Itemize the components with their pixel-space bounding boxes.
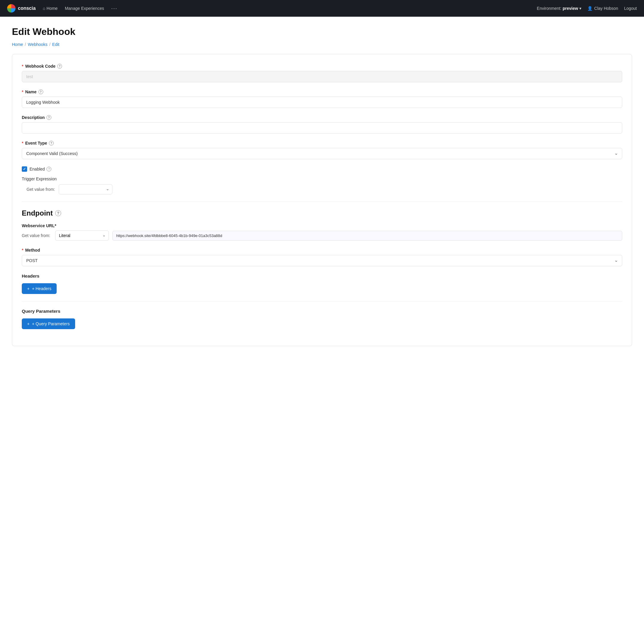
- webhook-code-input[interactable]: [22, 71, 622, 82]
- description-label: Description ?: [22, 115, 622, 120]
- webhook-code-field: * Webhook Code ?: [22, 64, 622, 82]
- headers-section: Headers + + Headers: [22, 273, 622, 294]
- name-field: * Name ?: [22, 89, 622, 108]
- endpoint-section-header: Endpoint ?: [22, 209, 622, 217]
- check-icon: ✓: [23, 167, 26, 171]
- trigger-get-value-label: Get value from:: [27, 187, 55, 192]
- method-select[interactable]: POST: [22, 255, 622, 266]
- brand-name: conscia: [18, 6, 36, 11]
- nav-home-link[interactable]: ⌂ Home: [43, 6, 58, 11]
- env-chevron-icon: ▾: [579, 6, 581, 11]
- add-headers-button[interactable]: + + Headers: [22, 283, 57, 294]
- event-type-select-wrapper: Component Valid (Success): [22, 148, 622, 159]
- webservice-get-value-label: Get value from:: [22, 233, 50, 238]
- nav-env-value: preview: [563, 6, 578, 11]
- query-params-section-label: Query Parameters: [22, 309, 622, 314]
- add-query-params-button[interactable]: + + Query Parameters: [22, 318, 75, 329]
- endpoint-help-icon[interactable]: ?: [55, 210, 61, 216]
- home-icon: ⌂: [43, 6, 45, 11]
- webservice-url-label: Webservice URL*: [22, 223, 622, 228]
- nav-right: Environment: preview ▾ 👤 Clay Hobson Log…: [537, 6, 637, 11]
- nav-home-label: Home: [47, 6, 58, 11]
- name-label-text: Name: [25, 89, 36, 94]
- nav-manage-label: Manage Experiences: [65, 6, 104, 11]
- page-title: Edit Webhook: [12, 26, 632, 37]
- query-params-section: Query Parameters + + Query Parameters: [22, 309, 622, 329]
- webservice-url-field: Webservice URL* Get value from: Literal: [22, 223, 622, 241]
- add-query-params-label: + Query Parameters: [32, 321, 69, 326]
- method-required-marker: *: [22, 248, 23, 253]
- trigger-row: Get value from:: [22, 184, 622, 194]
- breadcrumb: Home / Webhooks / Edit: [12, 42, 632, 47]
- nav-user-label: Clay Hobson: [594, 6, 618, 11]
- webhook-code-label-text: Webhook Code: [25, 64, 55, 69]
- trigger-get-value-wrapper: [59, 184, 112, 194]
- divider-query-params: [22, 301, 622, 301]
- webhook-code-label: * Webhook Code ?: [22, 64, 622, 69]
- method-select-wrapper: POST: [22, 255, 622, 266]
- description-field: Description ?: [22, 115, 622, 134]
- nav-user: 👤 Clay Hobson: [587, 6, 618, 11]
- trigger-get-value-select[interactable]: [59, 184, 112, 194]
- person-icon: 👤: [587, 6, 592, 11]
- name-required-marker: *: [22, 89, 23, 94]
- headers-section-label: Headers: [22, 273, 622, 278]
- enabled-checkbox[interactable]: ✓: [22, 166, 27, 172]
- method-label: * Method: [22, 248, 622, 253]
- event-type-field: * Event Type ? Component Valid (Success): [22, 141, 622, 159]
- webhook-code-help-icon[interactable]: ?: [57, 64, 62, 69]
- description-input[interactable]: [22, 122, 622, 134]
- enabled-label-text: Enabled: [30, 167, 45, 171]
- method-label-text: Method: [25, 248, 40, 253]
- plus-icon-qp: +: [27, 321, 30, 326]
- breadcrumb-sep-2: /: [49, 42, 50, 47]
- event-type-help-icon[interactable]: ?: [49, 141, 54, 145]
- enabled-help-icon[interactable]: ?: [47, 167, 51, 171]
- breadcrumb-home[interactable]: Home: [12, 42, 23, 47]
- breadcrumb-webhooks[interactable]: Webhooks: [28, 42, 47, 47]
- plus-icon: +: [27, 286, 30, 291]
- form-card: * Webhook Code ? * Name ? Description ?: [12, 54, 632, 346]
- description-help-icon[interactable]: ?: [47, 115, 51, 120]
- method-field: * Method POST: [22, 248, 622, 266]
- required-marker: *: [22, 64, 23, 69]
- webservice-row: Get value from: Literal: [22, 230, 622, 241]
- nav-logout-button[interactable]: Logout: [624, 6, 637, 11]
- description-label-text: Description: [22, 115, 45, 120]
- trigger-expression-label: Trigger Expression: [22, 177, 622, 181]
- event-required-marker: *: [22, 141, 23, 145]
- logo-icon: [7, 4, 16, 13]
- divider-endpoint: [22, 202, 622, 202]
- nav-manage-link[interactable]: Manage Experiences: [65, 6, 104, 11]
- enabled-row: ✓ Enabled ?: [22, 166, 622, 172]
- event-type-select[interactable]: Component Valid (Success): [22, 148, 622, 159]
- name-input[interactable]: [22, 97, 622, 108]
- breadcrumb-sep-1: /: [25, 42, 26, 47]
- enabled-label: Enabled ?: [30, 167, 51, 171]
- name-label: * Name ?: [22, 89, 622, 94]
- literal-select[interactable]: Literal: [55, 230, 109, 241]
- literal-select-wrapper: Literal: [55, 230, 109, 241]
- nav-environment: Environment: preview ▾: [537, 6, 581, 11]
- main-content: Edit Webhook Home / Webhooks / Edit * We…: [0, 17, 644, 644]
- nav-more-dots[interactable]: ···: [111, 5, 117, 12]
- name-help-icon[interactable]: ?: [38, 89, 43, 94]
- endpoint-label: Endpoint: [22, 209, 53, 217]
- breadcrumb-current: Edit: [52, 42, 59, 47]
- event-type-label: * Event Type ?: [22, 141, 622, 145]
- trigger-expression-section: Trigger Expression Get value from:: [22, 177, 622, 194]
- navbar: conscia ⌂ Home Manage Experiences ··· En…: [0, 0, 644, 17]
- add-headers-label: + Headers: [32, 286, 51, 291]
- webservice-url-input[interactable]: [112, 231, 622, 241]
- event-type-label-text: Event Type: [25, 141, 47, 145]
- nav-logo: conscia: [7, 4, 36, 13]
